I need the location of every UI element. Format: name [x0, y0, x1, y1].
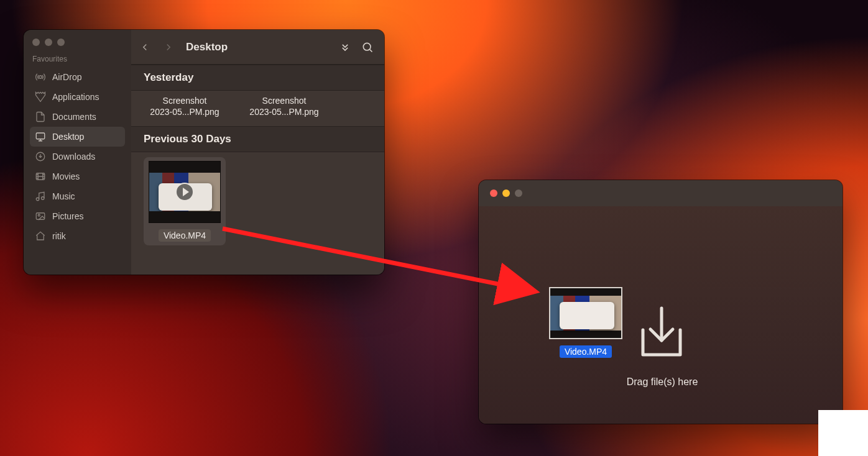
group-header-yesterday: Yesterday [131, 65, 384, 91]
sidebar-item-label: Movies [52, 171, 80, 181]
drop-here-icon [628, 299, 695, 367]
sidebar-section-label: Favourites [32, 55, 125, 63]
video-thumbnail [149, 161, 221, 223]
file-item[interactable]: Screenshot 2023-05...PM.png [241, 96, 328, 117]
sidebar-item-label: ritik [52, 231, 66, 241]
file-grid-previous30: Video.MP4 [131, 152, 384, 254]
traffic-light-close[interactable] [32, 39, 40, 46]
traffic-light-close[interactable] [490, 189, 497, 197]
music-icon [35, 191, 46, 202]
back-button[interactable] [136, 39, 154, 56]
sidebar-item-label: Desktop [52, 132, 84, 142]
sidebar-item-pictures[interactable]: Pictures [30, 206, 125, 226]
dragged-file-name: Video.MP4 [560, 345, 612, 358]
dragged-video-thumbnail [549, 287, 622, 339]
traffic-light-zoom[interactable] [57, 39, 65, 46]
sidebar-item-applications[interactable]: Applications [30, 87, 125, 107]
file-name-badge: Video.MP4 [159, 229, 211, 242]
file-item[interactable]: Screenshot 2023-05...PM.png [141, 96, 228, 117]
finder-sidebar: Favourites AirDrop Applications Document… [24, 30, 131, 275]
sidebar-item-label: Downloads [52, 152, 95, 162]
file-name-line: Screenshot [163, 96, 207, 106]
svg-point-8 [363, 43, 371, 50]
documents-icon [35, 111, 46, 122]
search-icon[interactable] [359, 39, 376, 55]
sidebar-item-desktop[interactable]: Desktop [30, 127, 125, 147]
overflow-toolbar-icon[interactable] [337, 39, 353, 55]
finder-content: Yesterday Screenshot 2023-05...PM.png Sc… [131, 65, 384, 275]
folder-title: Desktop [186, 41, 228, 53]
file-name-line: 2023-05...PM.png [249, 107, 318, 117]
movies-icon [35, 171, 46, 182]
sidebar-item-airdrop[interactable]: AirDrop [30, 67, 125, 87]
window-controls [32, 39, 125, 46]
file-grid-yesterday: Screenshot 2023-05...PM.png Screenshot 2… [131, 91, 384, 126]
finder-toolbar: Desktop [131, 30, 384, 65]
drop-titlebar [479, 180, 843, 206]
svg-point-0 [39, 76, 42, 79]
sidebar-item-downloads[interactable]: Downloads [30, 147, 125, 166]
desktop-icon [35, 131, 46, 142]
svg-point-4 [36, 198, 39, 201]
forward-button[interactable] [160, 39, 177, 56]
pictures-icon [35, 211, 46, 222]
downloads-icon [35, 151, 46, 162]
sidebar-item-label: AirDrop [52, 72, 81, 82]
dragged-file[interactable]: Video.MP4 [542, 287, 629, 358]
sidebar-item-documents[interactable]: Documents [30, 107, 125, 127]
play-overlay-icon [175, 183, 194, 201]
sidebar-item-label: Documents [52, 112, 96, 122]
drop-target-window: Video.MP4 Drag file(s) here [479, 180, 843, 424]
svg-point-7 [38, 214, 40, 216]
svg-point-5 [42, 197, 45, 200]
finder-main: Desktop Yesterday Screenshot 2023-05...P… [131, 30, 384, 275]
applications-icon [35, 91, 46, 103]
traffic-light-zoom[interactable] [515, 189, 522, 197]
file-name-line: 2023-05...PM.png [150, 107, 219, 117]
finder-window: Favourites AirDrop Applications Document… [24, 30, 384, 275]
airdrop-icon [35, 71, 46, 83]
sidebar-item-music[interactable]: Music [30, 186, 125, 206]
corner-overlay [818, 410, 868, 456]
file-name-line: Screenshot [262, 96, 307, 106]
traffic-light-minimize[interactable] [502, 189, 510, 197]
drop-area[interactable]: Video.MP4 Drag file(s) here [479, 206, 843, 424]
drop-hint-label: Drag file(s) here [588, 376, 737, 388]
file-item-video[interactable]: Video.MP4 [141, 157, 228, 245]
sidebar-item-label: Applications [52, 92, 99, 102]
traffic-light-minimize[interactable] [45, 39, 52, 46]
home-icon [35, 230, 46, 242]
sidebar-item-label: Music [52, 191, 75, 201]
file-selection-highlight: Video.MP4 [144, 157, 226, 245]
svg-rect-1 [36, 133, 45, 139]
sidebar-item-movies[interactable]: Movies [30, 166, 125, 186]
sidebar-item-home[interactable]: ritik [30, 226, 125, 246]
sidebar-item-label: Pictures [52, 211, 84, 221]
group-header-previous30: Previous 30 Days [131, 126, 384, 152]
